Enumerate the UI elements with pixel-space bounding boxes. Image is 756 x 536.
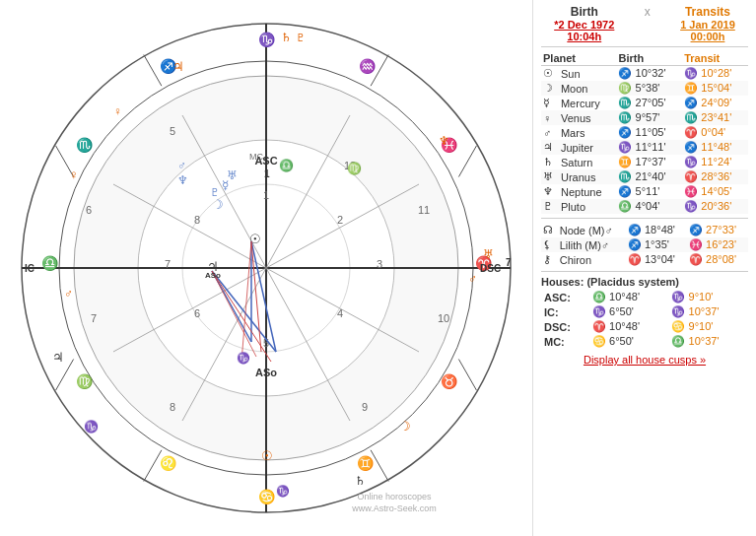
extra-birth: ♐ 18°48' <box>626 223 687 237</box>
svg-text:☽: ☽ <box>212 197 224 212</box>
planet-transit: ♑ 11°24' <box>682 155 748 169</box>
planet-symbol: ☿ <box>541 96 559 110</box>
planet-birth: ♎ 4°04' <box>616 199 682 214</box>
astro-chart: ♑ ♒ ♓ ♈ ♉ ♊ ♋ ♌ ♍ ♎ ♏ ♐ 1 2 3 4 5 6 7 8 … <box>15 17 517 519</box>
svg-text:♃: ♃ <box>172 59 184 74</box>
extra-planet-table: ☊ Node (M)♂ ♐ 18°48' ♐ 27°33' ⚸ Lilith (… <box>541 223 748 267</box>
svg-text:♒: ♒ <box>359 58 377 75</box>
transits-header: Transits 1 Jan 2019 00:00h <box>680 5 735 42</box>
house-row: MC: ♋ 6°50' ♎ 10°37' <box>541 334 748 349</box>
svg-text:6: 6 <box>86 204 92 216</box>
svg-text:5: 5 <box>170 125 175 137</box>
extra-planet-row: ⚸ Lilith (M)♂ ♐ 1°35' ♓ 16°23' <box>541 237 748 252</box>
col-transit: Transit <box>682 51 748 66</box>
planet-row: ♂ Mars ♐ 11°05' ♈ 0°04' <box>541 125 748 140</box>
planet-row: ♀ Venus ♏ 9°57' ♏ 23°41' <box>541 110 748 125</box>
svg-text:♃: ♃ <box>52 350 64 365</box>
svg-text:www.Astro-Seek.com: www.Astro-Seek.com <box>351 503 437 513</box>
planet-name: Neptune <box>559 184 617 199</box>
svg-text:♏: ♏ <box>76 137 94 154</box>
extra-symbol: ⚷ <box>541 252 558 267</box>
svg-text:ASo: ASo <box>205 271 221 280</box>
svg-text:♅: ♅ <box>227 168 238 182</box>
svg-text:♇: ♇ <box>210 186 220 198</box>
svg-text:♄: ♄ <box>281 31 292 44</box>
planet-name: Moon <box>559 81 617 96</box>
svg-text:♂: ♂ <box>177 159 186 172</box>
svg-text:♇: ♇ <box>296 32 306 43</box>
extra-transit: ♐ 27°33' <box>687 223 748 237</box>
extra-name: Node (M)♂ <box>558 223 626 237</box>
svg-text:7: 7 <box>506 257 512 268</box>
planet-symbol: ♆ <box>541 184 559 199</box>
house-label: IC: <box>541 304 589 319</box>
svg-text:11: 11 <box>418 204 430 216</box>
house-table: ASC: ♎ 10°48' ♑ 9°10' IC: ♑ 6°50' ♑ 10°3… <box>541 290 748 349</box>
svg-text:♀: ♀ <box>113 104 122 118</box>
svg-text:♀: ♀ <box>69 168 79 182</box>
planet-name: Mars <box>559 125 617 140</box>
svg-text:8: 8 <box>194 214 200 226</box>
svg-text:♋: ♋ <box>258 489 276 505</box>
house-birth: ♑ 6°50' <box>589 304 668 319</box>
svg-text:♂: ♂ <box>468 272 477 286</box>
svg-text:1: 1 <box>263 189 269 201</box>
svg-text:♉: ♉ <box>441 373 458 390</box>
house-row: IC: ♑ 6°50' ♑ 10°37' <box>541 304 748 319</box>
svg-text:♆: ♆ <box>177 173 188 187</box>
svg-text:2: 2 <box>337 214 343 226</box>
svg-text:♍: ♍ <box>76 373 94 390</box>
house-birth: ♎ 10°48' <box>589 290 668 304</box>
planet-transit: ♈ 0°04' <box>682 125 748 140</box>
planet-transit: ♑ 20°36' <box>682 199 748 214</box>
planet-symbol: ♀ <box>541 110 559 125</box>
birth-header: Birth *2 Dec 1972 10:04h <box>554 5 614 42</box>
planet-transit: ♈ 28°36' <box>682 169 748 184</box>
planet-birth: ♏ 21°40' <box>616 169 682 184</box>
extra-name: Lilith (M)♂ <box>558 237 626 252</box>
svg-text:6: 6 <box>194 307 200 319</box>
svg-text:♂: ♂ <box>64 287 73 301</box>
house-birth: ♋ 6°50' <box>589 334 668 349</box>
planet-symbol: ☽ <box>541 81 559 96</box>
svg-text:♎: ♎ <box>279 158 294 172</box>
planet-transit: ♑ 10°28' <box>682 66 748 82</box>
svg-text:Online horoscopes: Online horoscopes <box>357 492 432 502</box>
planet-birth: ♐ 5°11' <box>616 184 682 199</box>
planet-name: Sun <box>559 66 617 82</box>
col-birth: Birth <box>616 51 682 66</box>
svg-text:7: 7 <box>165 258 171 270</box>
planet-birth: ♏ 9°57' <box>616 110 682 125</box>
planet-transit: ♊ 15°04' <box>682 81 748 96</box>
display-house-cusps-link[interactable]: Display all house cusps » <box>541 354 748 366</box>
planet-transit: ♐ 24°09' <box>682 96 748 110</box>
planet-name: Saturn <box>559 155 617 169</box>
svg-text:♑: ♑ <box>276 484 290 498</box>
planet-birth: ♐ 10°32' <box>616 66 682 82</box>
planet-name: Mercury <box>559 96 617 110</box>
house-birth: ♈ 10°48' <box>589 319 668 334</box>
house-row: DSC: ♈ 10°48' ♋ 9°10' <box>541 319 748 334</box>
planet-birth: ♏ 27°05' <box>616 96 682 110</box>
header-row: Birth *2 Dec 1972 10:04h x Transits 1 Ja… <box>541 5 748 47</box>
svg-text:♆: ♆ <box>439 134 449 148</box>
planet-symbol: ♂ <box>541 125 559 140</box>
extra-name: Chiron <box>558 252 626 267</box>
svg-text:10: 10 <box>438 312 449 324</box>
svg-text:♄: ♄ <box>355 474 366 488</box>
planet-row: ♅ Uranus ♏ 21°40' ♈ 28°36' <box>541 169 748 184</box>
house-transit: ♑ 10°37' <box>668 304 748 319</box>
planet-row: ♆ Neptune ♐ 5°11' ♓ 14°05' <box>541 184 748 199</box>
col-planet: Planet <box>541 51 616 66</box>
planet-birth: ♑ 11°11' <box>616 140 682 155</box>
planet-symbol: ♄ <box>541 155 559 169</box>
planet-birth: ♐ 11°05' <box>616 125 682 140</box>
house-label: MC: <box>541 334 589 349</box>
planet-birth: ♍ 5°38' <box>616 81 682 96</box>
planet-name: Uranus <box>559 169 617 184</box>
svg-text:♅: ♅ <box>483 247 494 261</box>
planet-symbol: ♅ <box>541 169 559 184</box>
house-transit: ♑ 9°10' <box>668 290 748 304</box>
chart-area: ♑ ♒ ♓ ♈ ♉ ♊ ♋ ♌ ♍ ♎ ♏ ♐ 1 2 3 4 5 6 7 8 … <box>0 0 532 536</box>
house-label: ASC: <box>541 290 589 304</box>
